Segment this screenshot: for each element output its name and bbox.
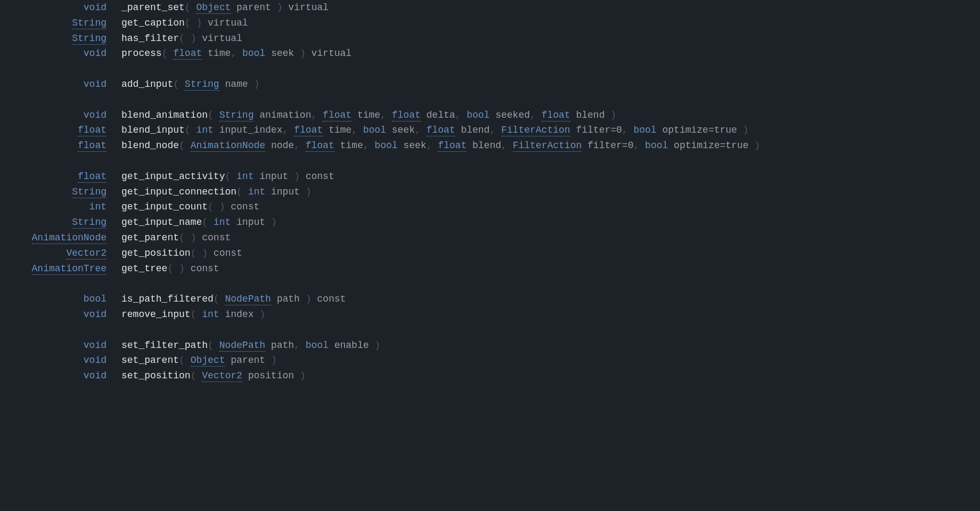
method-row: AnimationTreeget_tree( ) const xyxy=(0,261,771,277)
method-row: voidset_parent( Object parent ) xyxy=(0,353,771,368)
return-type-cell xyxy=(0,92,121,108)
type-link[interactable]: String xyxy=(219,110,254,121)
method-name: remove_input xyxy=(121,309,191,320)
type-link[interactable]: float xyxy=(173,48,202,60)
method-name: blend_animation xyxy=(121,110,208,120)
paren-close: ) xyxy=(369,340,381,351)
paren-open: ( xyxy=(179,355,191,366)
paren-open: ( xyxy=(191,370,202,381)
type-keyword: int xyxy=(196,125,213,135)
param-name: seek xyxy=(265,48,294,59)
method-row: Vector2get_position( ) const xyxy=(0,246,771,261)
param-name: filter=0 xyxy=(582,140,633,151)
type-keyword: void xyxy=(84,340,107,351)
type-link[interactable]: Vector2 xyxy=(202,370,242,382)
qualifier: const xyxy=(208,248,242,258)
method-row: floatget_input_activity( int input ) con… xyxy=(0,169,771,184)
paren-close: ) xyxy=(191,33,197,44)
type-keyword: bool xyxy=(84,294,107,304)
type-link[interactable]: float xyxy=(306,140,334,152)
method-row: Stringhas_filter( ) virtual xyxy=(0,31,771,46)
type-link[interactable]: NodePath xyxy=(219,340,265,352)
method-name: process xyxy=(121,48,162,59)
paren-close: ) xyxy=(179,263,185,274)
paren-close: ) xyxy=(219,201,225,212)
type-keyword: void xyxy=(84,48,107,59)
qualifier: virtual xyxy=(282,2,328,13)
method-name: get_input_connection xyxy=(121,186,236,197)
type-link[interactable]: float xyxy=(78,140,107,152)
signature-cell: add_input( String name ) xyxy=(121,77,771,92)
qualifier: virtual xyxy=(196,33,242,44)
type-link[interactable]: float xyxy=(438,140,467,152)
signature-cell: blend_input( int input_index, float time… xyxy=(121,123,771,138)
return-type-cell: String xyxy=(0,15,121,31)
comma: , xyxy=(427,140,438,151)
type-link[interactable]: Vector2 xyxy=(66,248,107,259)
comma: , xyxy=(455,110,467,120)
type-link[interactable]: float xyxy=(323,110,352,121)
type-keyword: void xyxy=(84,2,107,13)
method-name: set_parent xyxy=(121,355,179,366)
param-name: seeked xyxy=(489,110,530,120)
method-name: blend_input xyxy=(121,125,185,135)
param-name: enable xyxy=(329,340,369,351)
method-row: voidset_position( Vector2 position ) xyxy=(0,368,771,384)
method-row: voidadd_input( String name ) xyxy=(0,77,771,92)
method-row: voidprocess( float time, bool seek ) vir… xyxy=(0,46,771,61)
type-link[interactable]: FilterAction xyxy=(513,140,582,152)
type-link[interactable]: AnimationNode xyxy=(32,232,107,244)
paren-close: ) xyxy=(300,294,312,304)
type-link[interactable]: String xyxy=(185,79,219,91)
type-link[interactable]: Object xyxy=(191,355,225,367)
type-link[interactable]: AnimationTree xyxy=(32,263,107,275)
return-type-cell: bool xyxy=(0,291,121,307)
param-name: time xyxy=(334,140,363,151)
type-link[interactable]: float xyxy=(78,171,107,183)
signature-cell: is_path_filtered( NodePath path ) const xyxy=(121,291,771,307)
type-keyword: void xyxy=(84,309,107,320)
comma: , xyxy=(282,125,294,135)
type-link[interactable]: float xyxy=(542,110,570,121)
type-link[interactable]: String xyxy=(72,217,107,229)
param-name: time xyxy=(323,125,352,135)
return-type-cell: String xyxy=(0,184,121,200)
return-type-cell: float xyxy=(0,138,121,153)
type-link[interactable]: float xyxy=(392,110,421,121)
param-name: time xyxy=(352,110,380,120)
signature-cell xyxy=(121,92,771,108)
type-link[interactable]: String xyxy=(72,33,107,45)
param-name: blend xyxy=(570,110,605,120)
paren-open: ( xyxy=(208,110,219,120)
type-link[interactable]: String xyxy=(72,18,107,29)
paren-open: ( xyxy=(236,186,248,197)
method-name: _parent_set xyxy=(121,2,185,13)
param-name: animation xyxy=(254,110,311,120)
type-link[interactable]: FilterAction xyxy=(501,125,570,136)
signature-cell: set_filter_path( NodePath path, bool ena… xyxy=(121,338,771,353)
method-name: get_parent xyxy=(121,232,179,243)
paren-close: ) xyxy=(288,171,300,182)
type-link[interactable]: float xyxy=(427,125,455,136)
return-type-cell: Vector2 xyxy=(0,246,121,261)
return-type-cell: float xyxy=(0,169,121,184)
return-type-cell: void xyxy=(0,307,121,322)
param-name: filter=0 xyxy=(570,125,622,135)
return-type-cell: void xyxy=(0,0,121,15)
paren-close: ) xyxy=(254,309,265,320)
method-row: Stringget_input_connection( int input ) xyxy=(0,184,771,200)
param-name: input xyxy=(231,217,265,228)
qualifier: const xyxy=(185,263,219,274)
paren-open: ( xyxy=(185,125,197,135)
type-link[interactable]: AnimationNode xyxy=(191,140,265,152)
return-type-cell: String xyxy=(0,215,121,230)
spacer-row xyxy=(0,276,771,291)
paren-open: ( xyxy=(202,217,214,228)
method-name: is_path_filtered xyxy=(121,294,214,304)
type-link[interactable]: float xyxy=(78,125,107,136)
type-link[interactable]: NodePath xyxy=(225,294,271,305)
type-link[interactable]: String xyxy=(72,186,107,198)
param-name: input_index xyxy=(214,125,283,135)
type-link[interactable]: float xyxy=(294,125,323,136)
type-link[interactable]: Object xyxy=(196,2,231,14)
